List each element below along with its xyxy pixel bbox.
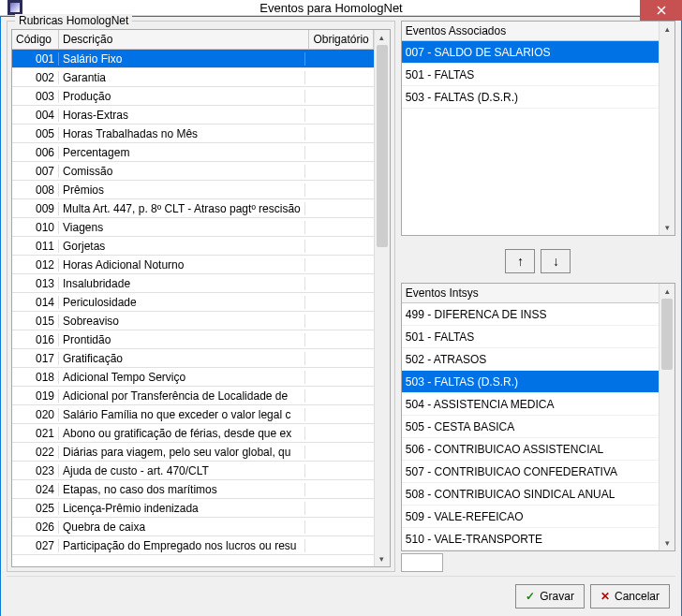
scroll-down-icon[interactable]: ▾: [660, 220, 675, 235]
cell-descricao: Prêmios: [59, 183, 305, 197]
cell-codigo: 006: [12, 146, 59, 159]
eventos-intsys-list[interactable]: Eventos Intsys 499 - DIFERENCA DE INSS50…: [401, 283, 675, 551]
cell-descricao: Horas Trabalhadas no Mês: [59, 127, 305, 140]
list-item[interactable]: 507 - CONTRIBUICAO CONFEDERATIVA: [402, 461, 659, 483]
table-row[interactable]: 020Salário Família no que exceder o valo…: [12, 405, 374, 424]
table-row[interactable]: 006Percentagem: [12, 143, 374, 162]
cell-descricao: Produção: [59, 90, 305, 103]
intsys-header[interactable]: Eventos Intsys: [402, 284, 659, 303]
table-header: Código Descrição Obrigatório: [12, 30, 374, 50]
cell-codigo: 018: [12, 371, 59, 384]
table-row[interactable]: 022Diárias para viagem, pelo seu valor g…: [12, 443, 374, 462]
list-item[interactable]: 503 - FALTAS (D.S.R.): [402, 371, 659, 393]
save-button[interactable]: ✓ Gravar: [515, 584, 585, 609]
list-item[interactable]: 499 - DIFERENCA DE INSS: [402, 303, 659, 326]
table-row[interactable]: 014Periculosidade: [12, 293, 374, 312]
table-row[interactable]: 002Garantia: [12, 68, 374, 87]
table-row[interactable]: 021Abono ou gratificação de férias, desd…: [12, 424, 374, 443]
close-button[interactable]: [640, 0, 682, 21]
cell-codigo: 014: [12, 296, 59, 309]
cell-codigo: 001: [12, 52, 59, 66]
rubricas-scrollbar[interactable]: ▴ ▾: [374, 30, 390, 566]
table-row[interactable]: 008Prêmios: [12, 181, 374, 199]
list-item[interactable]: 508 - CONTRIBUICAO SINDICAL ANUAL: [402, 483, 659, 506]
cell-codigo: 023: [12, 464, 59, 477]
list-item[interactable]: 503 - FALTAS (D.S.R.): [402, 86, 659, 109]
move-up-button[interactable]: ↑: [505, 249, 535, 273]
close-icon: [657, 6, 666, 15]
scroll-track[interactable]: [660, 299, 675, 535]
scroll-down-icon[interactable]: ▾: [375, 551, 390, 566]
list-item[interactable]: 505 - CESTA BASICA: [402, 416, 659, 438]
table-row[interactable]: 027Participação do Empregado nos lucros …: [12, 536, 374, 555]
scroll-down-icon[interactable]: ▾: [660, 535, 675, 550]
scroll-up-icon[interactable]: ▴: [660, 284, 675, 299]
table-row[interactable]: 012Horas Adicional Noturno: [12, 256, 374, 274]
col-obrigatorio[interactable]: Obrigatório: [309, 30, 373, 50]
cell-codigo: 012: [12, 258, 59, 271]
list-item[interactable]: 510 - VALE-TRANSPORTE: [402, 528, 659, 550]
scroll-thumb[interactable]: [377, 45, 388, 247]
check-icon: ✓: [526, 590, 535, 603]
table-row[interactable]: 001Salário Fixo: [12, 50, 374, 68]
reorder-buttons: ↑ ↓: [401, 240, 675, 279]
eventos-associados-list[interactable]: Eventos Associados 007 - SALDO DE SALARI…: [401, 21, 675, 236]
intsys-scrollbar[interactable]: ▴ ▾: [659, 284, 675, 550]
cell-descricao: Salário Fixo: [59, 52, 305, 66]
cell-descricao: Sobreaviso: [59, 315, 305, 328]
table-row[interactable]: 011Gorjetas: [12, 237, 374, 256]
cancel-label: Cancelar: [615, 590, 660, 603]
cell-descricao: Licença-Prêmio indenizada: [59, 502, 305, 515]
list-item[interactable]: 502 - ATRASOS: [402, 348, 659, 371]
table-row[interactable]: 026Quebra de caixa: [12, 518, 374, 536]
cell-codigo: 011: [12, 240, 59, 253]
scroll-up-icon[interactable]: ▴: [375, 30, 390, 45]
table-row[interactable]: 015Sobreaviso: [12, 312, 374, 330]
table-row[interactable]: 019Adicional por Transferência de Locali…: [12, 387, 374, 405]
table-row[interactable]: 013Insalubridade: [12, 274, 374, 293]
scroll-thumb[interactable]: [661, 299, 673, 370]
list-item[interactable]: 506 - CONTRIBUICAO ASSISTENCIAL: [402, 438, 659, 461]
cell-codigo: 020: [12, 408, 59, 421]
rubricas-table[interactable]: Código Descrição Obrigatório 001Salário …: [11, 29, 391, 567]
cell-codigo: 008: [12, 183, 59, 197]
assoc-header[interactable]: Eventos Associados: [402, 22, 659, 41]
table-row[interactable]: 024Etapas, no caso dos marítimos: [12, 480, 374, 499]
window: Eventos para HomologNet Rubricas Homolog…: [0, 0, 682, 616]
arrow-down-icon: ↓: [553, 254, 559, 269]
groupbox-title: Rubricas HomologNet: [15, 14, 132, 27]
list-item[interactable]: 504 - ASSISTENCIA MEDICA: [402, 393, 659, 416]
table-main: Código Descrição Obrigatório 001Salário …: [12, 30, 374, 566]
list-item[interactable]: 501 - FALTAS: [402, 326, 659, 348]
table-row[interactable]: 023Ajuda de custo - art. 470/CLT: [12, 462, 374, 480]
list-item[interactable]: 007 - SALDO DE SALARIOS: [402, 41, 659, 64]
scroll-track[interactable]: [660, 37, 675, 220]
table-row[interactable]: 010Viagens: [12, 218, 374, 237]
table-row[interactable]: 007Comissão: [12, 162, 374, 181]
cancel-button[interactable]: ✕ Cancelar: [590, 584, 670, 609]
table-row[interactable]: 009Multa Art. 447, p. 8º CLT - Atraso pa…: [12, 199, 374, 218]
table-row[interactable]: 003Produção: [12, 87, 374, 106]
cell-descricao: Horas Adicional Noturno: [59, 258, 305, 271]
list-item[interactable]: 509 - VALE-REFEICAO: [402, 506, 659, 528]
table-row[interactable]: 016Prontidão: [12, 330, 374, 349]
col-codigo[interactable]: Código: [12, 30, 59, 50]
table-row[interactable]: 018Adicional Tempo Serviço: [12, 368, 374, 387]
table-row[interactable]: 025Licença-Prêmio indenizada: [12, 499, 374, 518]
table-row[interactable]: 004Horas-Extras: [12, 106, 374, 125]
cell-descricao: Horas-Extras: [59, 109, 305, 122]
cell-descricao: Comissão: [59, 165, 305, 178]
table-row[interactable]: 005Horas Trabalhadas no Mês: [12, 125, 374, 143]
intsys-filter-input[interactable]: [401, 553, 443, 572]
intsys-wrap: Eventos Intsys 499 - DIFERENCA DE INSS50…: [401, 283, 675, 572]
scroll-up-icon[interactable]: ▴: [660, 22, 675, 37]
list-item[interactable]: 501 - FALTAS: [402, 64, 659, 86]
scroll-track[interactable]: [375, 45, 390, 551]
move-down-button[interactable]: ↓: [541, 249, 571, 273]
col-descricao[interactable]: Descrição: [59, 30, 309, 50]
app-icon: [7, 0, 22, 15]
cell-codigo: 021: [12, 427, 59, 440]
cell-descricao: Diárias para viagem, pelo seu valor glob…: [59, 446, 305, 459]
assoc-scrollbar[interactable]: ▴ ▾: [659, 22, 675, 235]
table-row[interactable]: 017Gratificação: [12, 349, 374, 368]
